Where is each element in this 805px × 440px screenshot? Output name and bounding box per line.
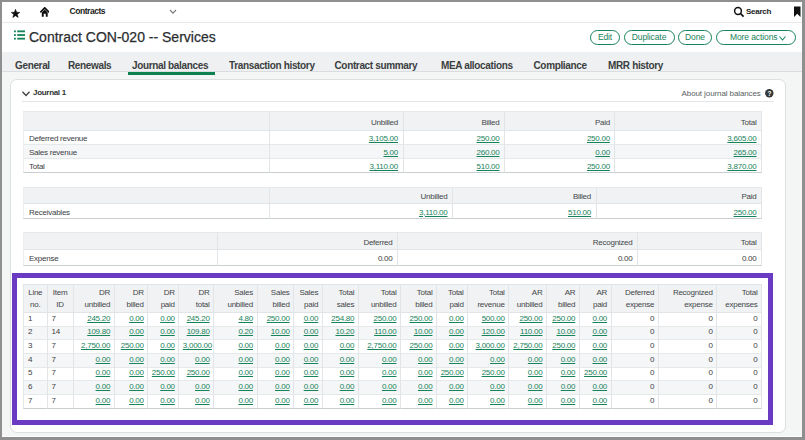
svg-text:?: ? (768, 90, 772, 97)
